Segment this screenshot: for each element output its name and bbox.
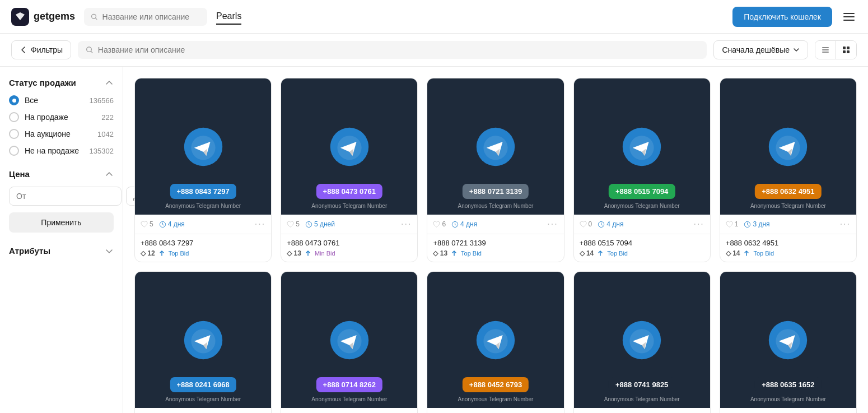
price-diamond-0: ◇ 12 (141, 249, 155, 257)
sale-option-label-0: Все (25, 96, 84, 105)
price-arrow-icon-2 (451, 250, 458, 257)
grid-area: +888 0843 7297 Anonymous Telegram Number… (123, 67, 868, 413)
card-time-3: 4 дня (598, 220, 623, 228)
radio-outer-2 (9, 129, 19, 139)
card-price-2: ◇ 13 Top Bid (433, 249, 558, 257)
card-5[interactable]: +888 0241 6968 Anonymous Telegram Number… (134, 271, 272, 413)
sale-option-3[interactable]: Не на продаже 135302 (9, 146, 114, 156)
attrs-header[interactable]: Атрибуты (9, 246, 114, 256)
sale-status-header[interactable]: Статус продажи (9, 78, 114, 87)
price-from-input[interactable] (9, 187, 122, 206)
menu-button[interactable] (841, 11, 857, 23)
heart-icon-2 (433, 221, 440, 228)
logo[interactable]: getgems (11, 8, 75, 26)
price-title: Цена (9, 169, 30, 179)
sort-button[interactable]: Сначала дешёвые (713, 40, 808, 59)
price-header[interactable]: Цена (9, 169, 114, 179)
card-more-button-1[interactable]: ··· (401, 219, 412, 229)
sale-options-list: Все 136566 На продаже 222 На аукционе 10… (9, 95, 114, 156)
search-icon (91, 13, 98, 21)
card-image-3: +888 0515 7094 Anonymous Telegram Number (574, 78, 710, 215)
price-diamond-3: ◇ 14 (580, 249, 594, 257)
anon-label-9: Anonymous Telegram Number (750, 396, 826, 402)
sale-status-section: Статус продажи Все 136566 На продаже 222 (9, 78, 114, 156)
card-more-button-2[interactable]: ··· (547, 219, 558, 229)
card-1[interactable]: +888 0473 0761 Anonymous Telegram Number… (281, 78, 418, 262)
card-4[interactable]: +888 0632 4951 Anonymous Telegram Number… (720, 78, 857, 262)
anon-label-7: Anonymous Telegram Number (458, 396, 534, 402)
number-badge-0: +888 0843 7297 (170, 184, 236, 199)
card-3[interactable]: +888 0515 7094 Anonymous Telegram Number… (573, 78, 711, 262)
sale-status-title: Статус продажи (9, 78, 76, 87)
attrs-chevron-down-icon (105, 247, 114, 256)
price-arrow-icon-3 (597, 250, 604, 257)
card-more-button-4[interactable]: ··· (840, 219, 851, 229)
card-7[interactable]: +888 0452 6793 Anonymous Telegram Number… (427, 271, 564, 413)
card-time-0: 4 дня (159, 220, 185, 228)
card-meta-6: 6 4 дня ··· (281, 408, 417, 413)
heart-icon-4 (726, 221, 733, 228)
toolbar-search-input[interactable] (98, 45, 699, 54)
card-meta-3: 0 4 дня ··· (574, 215, 710, 234)
card-number-label-4: +888 0632 4951 (726, 239, 851, 247)
radio-outer-3 (9, 146, 19, 156)
card-info-1: +888 0473 0761 ◇ 13 Min Bid (281, 234, 417, 262)
filter-button[interactable]: Фильтры (11, 40, 71, 59)
apply-button[interactable]: Применить (9, 212, 114, 233)
card-number-label-2: +888 0721 3139 (433, 239, 558, 247)
price-diamond-1: ◇ 13 (287, 249, 301, 257)
anon-label-5: Anonymous Telegram Number (165, 396, 241, 402)
clock-icon-3 (598, 221, 605, 228)
number-badge-1: +888 0473 0761 (316, 184, 382, 199)
card-0[interactable]: +888 0843 7297 Anonymous Telegram Number… (134, 78, 272, 262)
list-view-button[interactable] (815, 41, 836, 59)
sale-option-0[interactable]: Все 136566 (9, 95, 114, 105)
card-telegram-logo-2 (475, 127, 516, 167)
number-badge-7: +888 0452 6793 (463, 377, 529, 392)
card-telegram-logo-5 (183, 320, 223, 360)
anon-label-0: Anonymous Telegram Number (165, 203, 241, 209)
attrs-section: Атрибуты (9, 246, 114, 256)
list-view-icon (821, 45, 830, 54)
header-search-box (84, 8, 207, 26)
card-likes-2: 6 (433, 220, 446, 228)
sale-option-1[interactable]: На продаже 222 (9, 112, 114, 122)
sale-option-count-2: 1042 (97, 130, 114, 138)
card-price-4: ◇ 14 Top Bid (726, 249, 851, 257)
card-time-2: 4 дня (451, 220, 477, 228)
svg-rect-9 (847, 50, 850, 53)
card-8[interactable]: +888 0741 9825 Anonymous Telegram Number… (573, 271, 711, 413)
card-info-4: +888 0632 4951 ◇ 14 Top Bid (720, 234, 856, 262)
card-6[interactable]: +888 0714 8262 Anonymous Telegram Number… (281, 271, 418, 413)
sale-option-label-2: На аукционе (25, 129, 92, 138)
price-tag-2: Top Bid (461, 250, 482, 257)
price-diamond-2: ◇ 13 (433, 249, 447, 257)
card-2[interactable]: +888 0721 3139 Anonymous Telegram Number… (427, 78, 564, 262)
cards-grid: +888 0843 7297 Anonymous Telegram Number… (134, 78, 857, 413)
card-image-2: +888 0721 3139 Anonymous Telegram Number (427, 78, 563, 215)
sale-status-chevron-up-icon (105, 78, 114, 87)
card-more-button-0[interactable]: ··· (255, 219, 265, 229)
card-likes-0: 5 (141, 220, 153, 228)
pearls-tab[interactable]: Pearls (216, 9, 241, 25)
card-image-1: +888 0473 0761 Anonymous Telegram Number (281, 78, 417, 215)
card-9[interactable]: +888 0635 1652 Anonymous Telegram Number… (720, 271, 857, 413)
card-telegram-logo-8 (622, 320, 662, 360)
card-image-4: +888 0632 4951 Anonymous Telegram Number (720, 78, 856, 215)
card-meta-7: 7 3 дня ··· (427, 408, 563, 413)
anon-label-8: Anonymous Telegram Number (604, 396, 680, 402)
svg-rect-3 (822, 47, 829, 48)
grid-view-button[interactable] (836, 41, 856, 59)
heart-icon-3 (580, 221, 587, 228)
card-image-8: +888 0741 9825 Anonymous Telegram Number (574, 272, 710, 408)
svg-rect-6 (843, 47, 846, 49)
sale-option-count-1: 222 (101, 113, 114, 122)
card-telegram-logo-0 (183, 127, 223, 167)
connect-wallet-button[interactable]: Подключить кошелек (732, 7, 832, 27)
sale-option-2[interactable]: На аукционе 1042 (9, 129, 114, 139)
card-more-button-3[interactable]: ··· (693, 219, 704, 229)
card-info-3: +888 0515 7094 ◇ 14 Top Bid (574, 234, 710, 262)
card-price-3: ◇ 14 Top Bid (580, 249, 704, 257)
header-search-input[interactable] (102, 12, 200, 21)
card-meta-1: 5 5 дней ··· (281, 215, 417, 234)
